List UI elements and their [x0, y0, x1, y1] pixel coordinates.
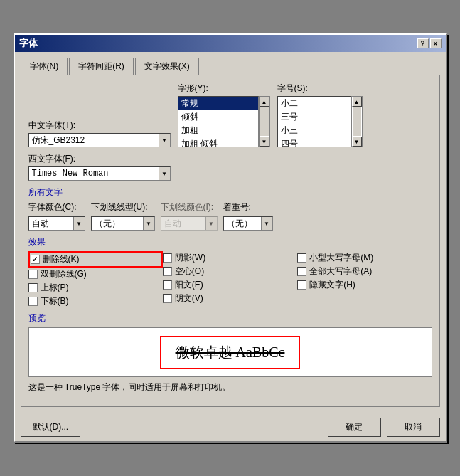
effects-col2: 阴影(W) 空心(O) 阳文(E) 阴文(V): [163, 251, 297, 308]
size-scroll-thumb[interactable]: [352, 107, 362, 137]
effect-outline-label: 空心(O): [175, 265, 204, 277]
emphasis-select[interactable]: （无）: [223, 216, 273, 231]
color-select[interactable]: 自动: [28, 216, 85, 231]
default-button[interactable]: 默认(D)...: [21, 418, 81, 437]
style-scroll-thumb[interactable]: [260, 107, 269, 137]
style-scroll-down[interactable]: ▼: [260, 137, 269, 147]
chinese-font-group: 中文字体(T): 仿宋_GB2312: [28, 120, 171, 147]
size-scroll-down[interactable]: ▼: [352, 137, 362, 147]
style-option-bold-italic[interactable]: 加粗 倾斜: [178, 137, 258, 147]
effect-small-caps[interactable]: 小型大写字母(M): [297, 251, 432, 265]
western-font-group: 西文字体(F): Times New Roman: [28, 153, 171, 181]
western-font-select[interactable]: Times New Roman: [28, 166, 171, 181]
effects-grid: 删除线(K) 双删除线(G) 上标(P) 下标(B): [28, 251, 432, 308]
preview-section: 预览 微软卓越 AaBbCc 这是一种 TrueType 字体，同时适用于屏幕和…: [28, 312, 432, 393]
tab-font[interactable]: 字体(N): [21, 58, 68, 75]
underline-color-group: 下划线颜色(I): 自动: [161, 201, 218, 231]
preview-box: 微软卓越 AaBbCc: [28, 327, 432, 377]
effect-all-caps-label: 全部大写字母(A): [309, 265, 372, 277]
western-font-row: 西文字体(F): Times New Roman: [28, 153, 432, 181]
size-scrollbar[interactable]: ▲ ▼: [351, 96, 363, 147]
effect-engrave-label: 阴文(V): [175, 292, 203, 305]
effects-section: 效果 删除线(K) 双删除线(G): [28, 236, 432, 308]
effect-subscript-label: 下标(B): [41, 295, 69, 307]
color-underline-row: 字体颜色(C): 自动 下划线线型(U): （无）: [28, 201, 432, 231]
color-group: 字体颜色(C): 自动: [28, 201, 85, 231]
size-label: 字号(S):: [277, 83, 363, 95]
emphasis-label: 着重号:: [223, 201, 273, 213]
size-option-4[interactable]: 四号: [278, 137, 351, 147]
effect-emboss[interactable]: 阳文(E): [163, 278, 297, 292]
size-listbox[interactable]: 小二 三号 小三 四号 小四: [277, 96, 351, 147]
chinese-font-label: 中文字体(T):: [28, 120, 171, 132]
ok-cancel-group: 确定 取消: [328, 418, 440, 437]
all-text-section-title: 所有文字: [28, 186, 432, 199]
emphasis-select-wrapper: （无）: [223, 216, 273, 231]
effect-double-strikethrough[interactable]: 双删除线(G): [28, 268, 163, 281]
style-option-bold[interactable]: 加粗: [178, 124, 258, 137]
effect-strikethrough[interactable]: 删除线(K): [28, 251, 163, 268]
effect-hidden[interactable]: 隐藏文字(H): [297, 278, 432, 292]
effects-label: 效果: [28, 236, 432, 248]
color-label: 字体颜色(C):: [28, 201, 85, 213]
effect-all-caps[interactable]: 全部大写字母(A): [297, 265, 432, 278]
checkbox-superscript[interactable]: [28, 283, 38, 292]
underline-color-select-wrapper: 自动: [161, 216, 218, 231]
checkbox-subscript[interactable]: [28, 297, 38, 306]
chinese-font-select[interactable]: 仿宋_GB2312: [28, 133, 171, 147]
style-scroll-up[interactable]: ▲: [260, 97, 269, 107]
effect-emboss-label: 阳文(E): [175, 279, 203, 291]
font-dialog: 字体 ? × 字体(N) 字符间距(R) 文字效果(X) 中文字体(T):: [14, 33, 447, 443]
emphasis-group: 着重号: （无）: [223, 201, 273, 231]
style-group: 字形(Y): 常规 倾斜 加粗 加粗 倾斜 ▲ ▼: [178, 83, 270, 147]
style-listbox-container: 常规 倾斜 加粗 加粗 倾斜 ▲ ▼: [178, 96, 270, 147]
style-option-regular[interactable]: 常规: [178, 97, 258, 110]
preview-title: 预览: [28, 312, 432, 324]
tab-text-effects[interactable]: 文字效果(X): [135, 58, 199, 75]
cancel-button[interactable]: 取消: [387, 418, 440, 437]
effect-engrave[interactable]: 阴文(V): [163, 292, 297, 305]
checkbox-engrave[interactable]: [163, 294, 172, 303]
effect-subscript[interactable]: 下标(B): [28, 295, 163, 308]
bottom-buttons: 默认(D)... 确定 取消: [15, 413, 446, 441]
chinese-font-select-wrapper: 仿宋_GB2312: [28, 133, 171, 147]
effect-outline[interactable]: 空心(O): [163, 265, 297, 278]
underline-color-label: 下划线颜色(I):: [161, 201, 218, 213]
checkbox-hidden[interactable]: [297, 280, 306, 290]
effect-hidden-label: 隐藏文字(H): [309, 279, 355, 291]
ok-button[interactable]: 确定: [328, 418, 381, 437]
dialog-title: 字体: [19, 37, 38, 50]
effect-shadow-label: 阴影(W): [175, 252, 205, 264]
tab-content-font: 中文字体(T): 仿宋_GB2312 字形(Y): 常规 倾斜: [21, 75, 440, 407]
size-listbox-container: 小二 三号 小三 四号 小四 ▲ ▼: [277, 96, 363, 147]
checkbox-strikethrough[interactable]: [31, 255, 40, 264]
style-option-italic[interactable]: 倾斜: [178, 110, 258, 124]
style-listbox[interactable]: 常规 倾斜 加粗 加粗 倾斜: [178, 96, 259, 147]
help-button[interactable]: ?: [417, 38, 429, 48]
size-scroll-up[interactable]: ▲: [352, 97, 362, 107]
checkbox-double-strikethrough[interactable]: [28, 270, 38, 279]
underline-color-select[interactable]: 自动: [161, 216, 218, 231]
effect-shadow[interactable]: 阴影(W): [163, 251, 297, 265]
effect-superscript[interactable]: 上标(P): [28, 281, 163, 295]
size-option-2[interactable]: 三号: [278, 110, 351, 124]
checkbox-small-caps[interactable]: [297, 253, 306, 263]
checkbox-outline[interactable]: [163, 267, 172, 276]
tab-char-spacing[interactable]: 字符间距(R): [69, 58, 134, 75]
style-scrollbar[interactable]: ▲ ▼: [259, 96, 270, 147]
title-bar: 字体 ? ×: [15, 35, 446, 52]
checkbox-shadow[interactable]: [163, 253, 172, 263]
western-font-label: 西文字体(F):: [28, 153, 171, 165]
underline-type-label: 下划线线型(U):: [91, 201, 155, 213]
checkbox-emboss[interactable]: [163, 280, 172, 290]
info-text: 这是一种 TrueType 字体，同时适用于屏幕和打印机。: [28, 381, 432, 393]
underline-type-select[interactable]: （无）: [91, 216, 155, 231]
checkbox-all-caps[interactable]: [297, 267, 306, 276]
effects-col3: 小型大写字母(M) 全部大写字母(A) 隐藏文字(H): [297, 251, 432, 308]
western-font-select-wrapper: Times New Roman: [28, 166, 171, 181]
underline-type-select-wrapper: （无）: [91, 216, 155, 231]
size-option-3[interactable]: 小三: [278, 124, 351, 137]
size-option-1[interactable]: 小二: [278, 97, 351, 110]
font-top-row: 中文字体(T): 仿宋_GB2312 字形(Y): 常规 倾斜: [28, 83, 432, 147]
close-button[interactable]: ×: [430, 38, 442, 48]
